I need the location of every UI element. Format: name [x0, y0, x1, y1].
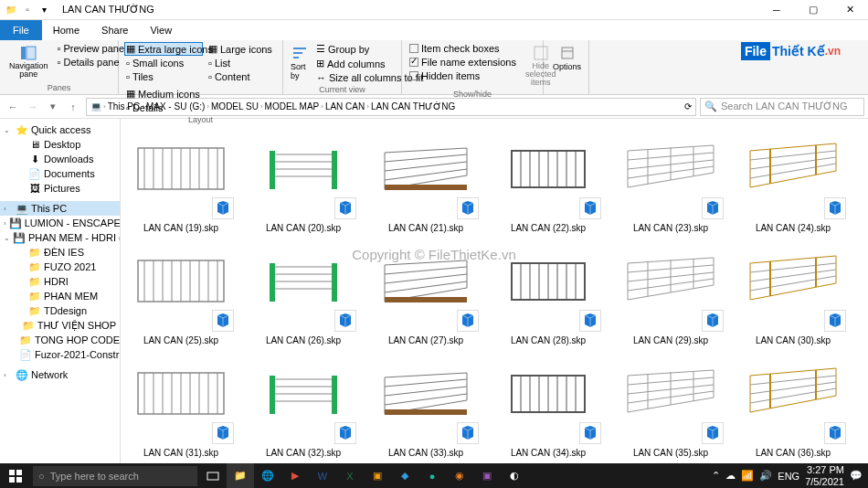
qat-icon[interactable]: ▫: [20, 3, 35, 17]
file-item[interactable]: LAN CAN (24).skp: [733, 126, 853, 237]
taskbar-app[interactable]: 🌐: [254, 463, 281, 488]
tray-icon[interactable]: ☁: [725, 470, 736, 482]
details-pane-button[interactable]: ▫Details pane: [56, 56, 127, 69]
file-item[interactable]: LAN CAN (25).skp: [121, 239, 241, 349]
skp-badge-icon: [824, 310, 846, 332]
sidebar-item[interactable]: 📁THƯ VIỆN SHOP: [0, 318, 120, 333]
tab-view[interactable]: View: [139, 20, 183, 40]
layout-content[interactable]: ▫Content: [206, 70, 247, 83]
sidebar-item[interactable]: 📁TDdesign: [0, 303, 120, 318]
maximize-button[interactable]: ▢: [795, 0, 831, 20]
layout-medium[interactable]: ▦Medium icons: [124, 87, 164, 101]
svg-marker-122: [385, 373, 467, 414]
tab-file[interactable]: File: [0, 20, 42, 40]
file-item[interactable]: LAN CAN (21).skp: [365, 126, 486, 237]
file-thumbnail: [249, 355, 358, 428]
layout-tiles[interactable]: ▫Tiles: [124, 70, 203, 83]
file-item[interactable]: LAN CAN (34).skp: [488, 351, 609, 461]
file-item[interactable]: LAN CAN (36).skp: [733, 351, 853, 461]
tray-icon[interactable]: 📶: [741, 470, 754, 482]
layout-extra-large[interactable]: ▦Extra large icons: [124, 42, 203, 56]
taskbar-app[interactable]: ◐: [501, 463, 528, 488]
svg-rect-4: [293, 57, 299, 58]
layout-small[interactable]: ▫Small icons: [124, 57, 203, 69]
file-extensions-toggle[interactable]: File name extensions: [408, 56, 518, 69]
taskbar-app[interactable]: ▣: [473, 463, 501, 488]
sort-by-button[interactable]: Sort by: [289, 42, 311, 84]
file-item[interactable]: LAN CAN (19).skp: [121, 126, 241, 237]
refresh-button[interactable]: ⟳: [684, 101, 692, 111]
taskbar-app[interactable]: X: [336, 463, 364, 488]
file-item[interactable]: LAN CAN (30).skp: [733, 239, 853, 349]
file-item[interactable]: LAN CAN (35).skp: [610, 351, 731, 461]
file-item[interactable]: LAN CAN (26).skp: [243, 239, 364, 349]
file-label: LAN CAN (24).skp: [756, 223, 831, 233]
taskbar-app[interactable]: ◆: [391, 463, 418, 488]
file-item[interactable]: LAN CAN (22).skp: [488, 126, 609, 237]
svg-rect-116: [332, 376, 337, 414]
sidebar-item[interactable]: 🖥Desktop: [0, 137, 120, 152]
start-button[interactable]: [0, 463, 31, 488]
file-thumbnail: [249, 242, 358, 315]
file-thumbnail: [738, 130, 848, 203]
preview-pane-button[interactable]: ▫Preview pane: [56, 42, 127, 55]
file-item[interactable]: LAN CAN (28).skp: [488, 239, 609, 349]
sidebar-item[interactable]: ⬇Downloads: [0, 152, 120, 166]
sidebar-item[interactable]: ›🌐Network: [0, 367, 120, 382]
recent-dropdown[interactable]: ▾: [44, 98, 62, 116]
file-item[interactable]: LAN CAN (33).skp: [365, 351, 486, 461]
navigation-pane-button[interactable]: Navigation pane: [5, 42, 52, 82]
tab-share[interactable]: Share: [90, 20, 139, 40]
language-indicator[interactable]: ENG: [778, 471, 799, 482]
file-item[interactable]: LAN CAN (32).skp: [243, 351, 364, 461]
sidebar-item[interactable]: 📁PHAN MEM: [0, 289, 120, 303]
layout-list[interactable]: ▫List: [206, 57, 247, 69]
minimize-button[interactable]: ─: [758, 0, 795, 20]
up-button[interactable]: ↑: [64, 98, 82, 116]
qat-dropdown[interactable]: ▾: [37, 3, 51, 17]
notification-button[interactable]: 💬: [850, 470, 863, 482]
file-item[interactable]: LAN CAN (23).skp: [610, 126, 731, 237]
sidebar-item[interactable]: 📁FUZO 2021: [0, 260, 120, 274]
task-view-button[interactable]: [199, 463, 227, 488]
tray-chevron-icon[interactable]: ⌃: [712, 470, 720, 482]
file-item[interactable]: LAN CAN (29).skp: [610, 239, 731, 349]
layout-large[interactable]: ▦Large icons: [206, 42, 247, 56]
sidebar-item[interactable]: ›💾LUMION - ENSCAPE (E:): [0, 216, 120, 230]
sidebar-item[interactable]: 📁ĐÈN IES: [0, 245, 120, 260]
file-item[interactable]: LAN CAN (27).skp: [365, 239, 486, 349]
search-box[interactable]: 🔍 Search LAN CAN THƯỜNG: [700, 98, 864, 116]
file-item[interactable]: LAN CAN (20).skp: [243, 126, 364, 237]
sidebar-item[interactable]: 📁TONG HOP CODE: [0, 333, 120, 347]
taskbar-app[interactable]: ▣: [364, 463, 391, 488]
taskbar-app[interactable]: W: [309, 463, 336, 488]
content-area[interactable]: LAN CAN (19).skpLAN CAN (20).skpLAN CAN …: [121, 119, 868, 482]
sidebar-item[interactable]: ⌄💾PHAN MEM - HDRI (D:): [0, 230, 120, 245]
clock[interactable]: 3:27 PM 7/5/2021: [805, 464, 844, 486]
sidebar-item[interactable]: ⌄⭐Quick access: [0, 122, 120, 137]
file-item[interactable]: LAN CAN (31).skp: [121, 351, 241, 461]
layout-details[interactable]: ▫Details: [124, 101, 164, 114]
item-checkboxes-toggle[interactable]: Item check boxes: [408, 42, 518, 55]
tray-volume-icon[interactable]: 🔊: [759, 470, 772, 482]
forward-button[interactable]: →: [24, 98, 42, 116]
sidebar-item[interactable]: 📄Fuzor-2021-Construction-VDC-In: [0, 347, 120, 362]
skp-badge-icon: [212, 197, 234, 219]
hidden-items-toggle[interactable]: Hidden items: [408, 69, 518, 82]
system-tray[interactable]: ⌃ ☁ 📶 🔊 ENG 3:27 PM 7/5/2021 💬: [706, 464, 868, 486]
taskbar-app[interactable]: ▶: [281, 463, 309, 488]
sidebar-item[interactable]: 🖼Pictures: [0, 181, 120, 196]
hide-selected-button[interactable]: Hide selected items: [522, 42, 560, 89]
sidebar-item[interactable]: 📁HDRI: [0, 274, 120, 289]
sidebar-item[interactable]: 📄Documents: [0, 166, 120, 181]
menubar: File Home Share View: [0, 20, 868, 40]
taskbar-app[interactable]: ●: [418, 463, 446, 488]
close-button[interactable]: ✕: [831, 0, 868, 20]
svg-rect-3: [293, 52, 302, 54]
tab-home[interactable]: Home: [42, 20, 90, 40]
taskbar-app[interactable]: ◉: [446, 463, 473, 488]
sidebar-item[interactable]: ›💻This PC: [0, 201, 120, 216]
taskbar-search[interactable]: ○ Type here to search: [33, 466, 197, 486]
back-button[interactable]: ←: [4, 98, 22, 116]
taskbar-app[interactable]: 📁: [227, 463, 254, 488]
